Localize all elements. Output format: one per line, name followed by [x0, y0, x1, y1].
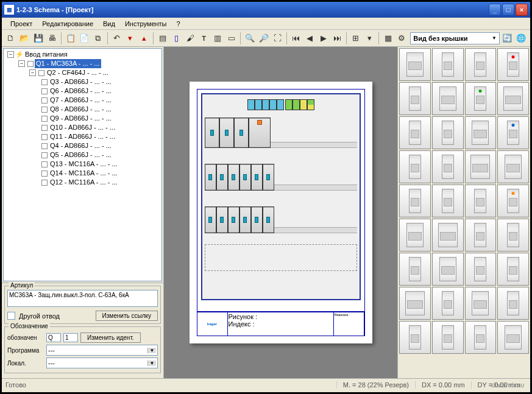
- tree-node[interactable]: Q6 - AD866J - ... - ...: [5, 86, 160, 96]
- palette-item[interactable]: [432, 219, 464, 252]
- palette-item[interactable]: [465, 253, 497, 286]
- globe-icon[interactable]: 🌐: [514, 32, 528, 45]
- breaker-q9[interactable]: [205, 206, 216, 233]
- props-icon[interactable]: ▦: [381, 32, 395, 45]
- palette-item[interactable]: [465, 185, 497, 217]
- breaker-q6[interactable]: [239, 164, 251, 191]
- settings-icon[interactable]: ⚙: [395, 32, 409, 45]
- palette-item[interactable]: [497, 219, 529, 252]
- breaker-q10[interactable]: [216, 206, 228, 233]
- open-icon[interactable]: 📂: [18, 32, 32, 45]
- palette-item[interactable]: [399, 287, 431, 320]
- terminal-block-1[interactable]: [247, 99, 284, 110]
- menu-tools[interactable]: Инструменты: [120, 19, 172, 29]
- local-combo[interactable]: --- ▼: [46, 357, 158, 368]
- tree-node[interactable]: Q5 - AD866J - ... - ...: [5, 150, 160, 160]
- tree-node[interactable]: Q4 - AD866J - ... - ...: [5, 141, 160, 150]
- palette-item[interactable]: [432, 253, 464, 286]
- palette-item[interactable]: [432, 287, 464, 320]
- tree-node[interactable]: Q11 - AD866J - ... - ...: [5, 132, 160, 141]
- tree-node[interactable]: Q7 - AD866J - ... - ...: [5, 96, 160, 105]
- palette-item[interactable]: [432, 82, 464, 115]
- palette-item[interactable]: [497, 287, 529, 320]
- save-icon[interactable]: 💾: [32, 32, 45, 45]
- palette-item[interactable]: [399, 253, 431, 286]
- arrow-down-icon[interactable]: ▾: [363, 32, 377, 45]
- text-icon[interactable]: T: [197, 32, 211, 45]
- terminal-block-2[interactable]: [285, 99, 314, 110]
- breaker-q14[interactable]: [263, 206, 274, 233]
- tree-root[interactable]: − ⚡ Ввод питания: [5, 50, 160, 59]
- collapse-icon[interactable]: −: [18, 60, 25, 67]
- palette-item[interactable]: [432, 116, 464, 149]
- palette-item[interactable]: [497, 48, 529, 81]
- close-button[interactable]: ×: [516, 4, 528, 16]
- paint-icon[interactable]: 🖌: [183, 32, 197, 45]
- breaker-q3[interactable]: [205, 164, 216, 191]
- minimize-button[interactable]: _: [489, 4, 501, 16]
- menu-view[interactable]: Вид: [98, 19, 120, 29]
- prev-icon[interactable]: ◀: [303, 32, 317, 45]
- tree-node[interactable]: Q8 - AD866J - ... - ...: [5, 105, 160, 114]
- first-icon[interactable]: ⏮: [289, 32, 303, 45]
- palette-item[interactable]: [497, 150, 529, 183]
- tree-node[interactable]: Q13 - MC116A - ... - ...: [5, 160, 160, 169]
- tree-node[interactable]: Q12 - MC116A - ... - ...: [5, 178, 160, 187]
- palette-item[interactable]: [399, 48, 431, 81]
- tree-node[interactable]: Q14 - MC116A - ... - ...: [5, 169, 160, 178]
- palette-item[interactable]: [399, 321, 431, 354]
- palette-item[interactable]: [497, 253, 529, 286]
- filter-icon[interactable]: ▾: [124, 32, 137, 45]
- palette-item[interactable]: [399, 185, 431, 217]
- designation-letter-input[interactable]: [46, 333, 61, 342]
- palette-item[interactable]: [497, 82, 529, 115]
- tree-view[interactable]: − ⚡ Ввод питания − Q1 - MC363A - ... - .…: [3, 48, 162, 281]
- article-text[interactable]: MC363A - Защ.лин.выкл.3-пол. C-63A, 6кА: [7, 290, 158, 307]
- tree-node[interactable]: Q3 - AD866J - ... - ...: [5, 77, 160, 86]
- drawing-canvas[interactable]: Q1Q2: [164, 47, 397, 378]
- breaker-q1b[interactable]: [219, 118, 234, 148]
- menu-help[interactable]: ?: [172, 19, 185, 29]
- palette-item[interactable]: [399, 82, 431, 115]
- zoom-fit-icon[interactable]: ⛶: [271, 32, 285, 45]
- change-ident-button[interactable]: Изменить идент.: [80, 332, 141, 343]
- palette-item[interactable]: [399, 219, 431, 252]
- palette-item[interactable]: [465, 219, 497, 252]
- component-icon[interactable]: ▯: [170, 32, 183, 45]
- empty-rail-placeholder[interactable]: [205, 244, 357, 271]
- palette-item[interactable]: [399, 150, 431, 183]
- designation-number-input[interactable]: [63, 333, 78, 342]
- rcd-q2[interactable]: [249, 118, 271, 148]
- undo-icon[interactable]: ↶: [110, 32, 124, 45]
- next-icon[interactable]: ▶: [317, 32, 330, 45]
- breaker-q8[interactable]: [263, 164, 274, 191]
- palette-item[interactable]: [465, 116, 497, 149]
- collapse-icon[interactable]: −: [29, 69, 36, 76]
- palette-item[interactable]: [497, 116, 529, 149]
- program-combo[interactable]: --- ▼: [46, 345, 158, 356]
- new-icon[interactable]: 🗋: [4, 32, 18, 45]
- breaker-q1c[interactable]: [234, 118, 249, 148]
- paste-icon[interactable]: 📄: [78, 32, 91, 45]
- breaker-q13[interactable]: [251, 206, 263, 233]
- change-link-button[interactable]: Изменить ссылку: [96, 311, 158, 321]
- menu-project[interactable]: Проект: [5, 19, 37, 29]
- zoom-in-icon[interactable]: 🔍: [243, 32, 257, 45]
- last-icon[interactable]: ⏭: [331, 32, 344, 45]
- menu-edit[interactable]: Редактирование: [37, 19, 98, 29]
- maximize-button[interactable]: □: [502, 4, 514, 16]
- palette-item[interactable]: [432, 185, 464, 217]
- refresh-icon[interactable]: 🔄: [500, 32, 514, 45]
- breaker-q1[interactable]: [205, 118, 219, 148]
- copy-icon[interactable]: 📋: [64, 32, 77, 45]
- breaker-q4[interactable]: [216, 164, 228, 191]
- palette-item[interactable]: [465, 287, 497, 320]
- collapse-icon[interactable]: −: [7, 51, 14, 58]
- zoom-out-icon[interactable]: 🔎: [257, 32, 271, 45]
- duplicate-icon[interactable]: ⧉: [91, 32, 105, 45]
- tree-node-q1[interactable]: − Q1 - MC363A - ... - ...: [5, 59, 160, 68]
- form-icon[interactable]: ▭: [225, 32, 238, 45]
- tree-node[interactable]: Q9 - AD866J - ... - ...: [5, 114, 160, 123]
- palette-item[interactable]: [465, 82, 497, 115]
- palette-item[interactable]: [465, 48, 497, 81]
